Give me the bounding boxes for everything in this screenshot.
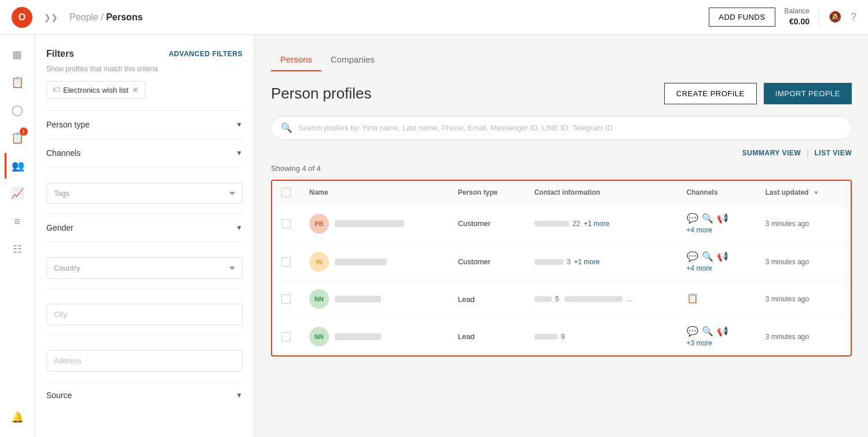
segments-icon: ◯ <box>12 104 23 116</box>
source-header[interactable]: Source ▼ <box>46 391 243 400</box>
avatar-2: IN <box>309 252 329 272</box>
contact-num-4: 9 <box>561 333 565 341</box>
contact-cell-3: 5 ... <box>525 281 677 318</box>
contact-num-1: 22 <box>573 220 580 228</box>
channel-chat-icon-4: 💬 <box>687 326 698 337</box>
person-name-cell-2[interactable]: IN <box>300 243 449 281</box>
country-select[interactable]: Country <box>46 257 243 279</box>
row-checkbox-4[interactable] <box>272 318 300 356</box>
import-people-button[interactable]: IMPORT PEOPLE <box>764 83 852 104</box>
filter-tag-close-button[interactable]: ✕ <box>132 85 139 94</box>
channels-cell-4: 💬 🔍 📢 +3 more <box>677 318 756 356</box>
analytics-icon: 📈 <box>11 187 24 200</box>
person-name-3 <box>335 296 381 303</box>
contact-num-2: 3 <box>567 258 571 266</box>
row-checkbox-3[interactable] <box>272 281 300 318</box>
table-row[interactable]: PB Customer 22 +1 more <box>272 205 851 243</box>
search-bar: 🔍 <box>271 116 852 140</box>
channel-file-icon-3: 📋 <box>687 293 698 304</box>
person-type-cell-4: Lead <box>449 318 525 356</box>
channels-cell-1: 💬 🔍 📢 +4 more <box>677 205 756 243</box>
contact-dots-3: ... <box>626 295 632 303</box>
channels-header[interactable]: Channels ▼ <box>46 148 243 158</box>
avatar-4: NN <box>309 327 329 347</box>
page-title: Person profiles <box>271 85 371 103</box>
top-bar: O ❯❯ People / Persons ADD FUNDS Balance … <box>0 0 868 35</box>
channels-more-2[interactable]: +4 more <box>687 264 747 272</box>
tags-select[interactable]: Tags <box>46 183 243 204</box>
contact-more-1[interactable]: +1 more <box>584 220 609 228</box>
person-name-1 <box>335 220 404 227</box>
th-person-type: Person type <box>449 181 525 205</box>
view-toggle: SUMMARY VIEW | LIST VIEW <box>271 149 852 157</box>
expand-nav-button[interactable]: ❯❯ <box>42 10 60 24</box>
channels-more-4[interactable]: +3 more <box>687 339 747 347</box>
contact-more-2[interactable]: +1 more <box>574 258 599 266</box>
contact-blur-4 <box>534 334 558 340</box>
last-updated-3: 3 minutes ago <box>756 281 851 318</box>
last-updated-2: 3 minutes ago <box>756 243 851 281</box>
list-view-button[interactable]: LIST VIEW <box>815 149 852 157</box>
select-all-checkbox[interactable] <box>281 188 291 197</box>
person-name-4 <box>335 333 381 340</box>
contacts-icon: 📋 <box>11 76 24 89</box>
nav-item-campaigns[interactable]: 📋 1 <box>5 125 30 151</box>
people-table-wrapper: Name Person type Contact information Cha… <box>271 180 852 356</box>
person-type-cell-2: Customer <box>449 243 525 281</box>
channel-chat-icon: 💬 <box>687 213 698 224</box>
notifications-icon[interactable]: 🔕 <box>829 10 841 23</box>
tab-persons[interactable]: Persons <box>271 49 321 71</box>
page-heading: Person profiles CREATE PROFILE IMPORT PE… <box>271 83 852 104</box>
row2-checkbox[interactable] <box>281 257 291 267</box>
create-profile-button[interactable]: CREATE PROFILE <box>664 83 757 104</box>
advanced-filters-button[interactable]: ADVANCED FILTERS <box>169 50 243 58</box>
nav-item-reports[interactable]: ☷ <box>5 236 30 262</box>
row-checkbox-1[interactable] <box>272 205 300 243</box>
nav-item-contacts[interactable]: 📋 <box>5 70 30 95</box>
gender-label: Gender <box>46 223 74 232</box>
person-name-cell-1[interactable]: PB <box>300 205 449 243</box>
contact-cell-2: 3 +1 more <box>525 243 677 281</box>
channels-arrow-icon: ▼ <box>236 149 243 157</box>
table-row[interactable]: IN Customer 3 +1 more <box>272 243 851 281</box>
table-row[interactable]: NN Lead 9 💬 <box>272 318 851 356</box>
tabs: Persons Companies <box>271 49 852 71</box>
filter-panel: Filters ADVANCED FILTERS Show profiles t… <box>35 35 255 437</box>
nav-item-dashboard[interactable]: ▦ <box>5 42 30 67</box>
person-name-cell-4[interactable]: NN <box>300 318 449 356</box>
address-input[interactable] <box>46 350 243 372</box>
table-row[interactable]: NN Lead 5 ... <box>272 281 851 318</box>
row3-checkbox[interactable] <box>281 294 291 304</box>
channel-chat-icon-2: 💬 <box>687 251 698 262</box>
filter-section-country: Country <box>46 242 243 288</box>
row-checkbox-2[interactable] <box>272 243 300 281</box>
avatar-1: PB <box>309 214 329 234</box>
help-icon[interactable]: ? <box>851 11 856 23</box>
filter-section-address <box>46 334 243 381</box>
nav-item-list[interactable]: ≡ <box>5 209 30 234</box>
nav-item-bell[interactable]: 🔔 <box>5 405 30 430</box>
add-funds-button[interactable]: ADD FUNDS <box>709 8 775 27</box>
person-type-header[interactable]: Person type ▼ <box>46 120 243 129</box>
channel-broadcast-icon-4: 📢 <box>717 326 728 337</box>
contact-blur-1 <box>534 221 569 227</box>
th-checkbox <box>272 181 300 205</box>
nav-item-analytics[interactable]: 📈 <box>5 181 30 206</box>
row1-checkbox[interactable] <box>281 219 291 228</box>
nav-item-segments[interactable]: ◯ <box>5 97 30 123</box>
contact-blur-3b <box>565 296 622 302</box>
channel-broadcast-icon-2: 📢 <box>717 251 728 262</box>
th-channels: Channels <box>677 181 756 205</box>
channels-more-1[interactable]: +4 more <box>687 226 747 234</box>
channel-search-icon-2: 🔍 <box>702 251 713 262</box>
person-name-cell-3[interactable]: NN <box>300 281 449 318</box>
person-type-label: Person type <box>46 120 90 129</box>
tab-companies[interactable]: Companies <box>321 49 384 71</box>
city-input[interactable] <box>46 304 243 325</box>
search-input[interactable] <box>298 123 842 132</box>
row4-checkbox[interactable] <box>281 332 291 341</box>
side-nav: ▦ 📋 ◯ 📋 1 👥 📈 ≡ ☷ 🔔 <box>0 35 35 437</box>
nav-item-people[interactable]: 👥 <box>5 153 30 179</box>
gender-header[interactable]: Gender ▼ <box>46 223 243 232</box>
summary-view-button[interactable]: SUMMARY VIEW <box>742 149 801 157</box>
